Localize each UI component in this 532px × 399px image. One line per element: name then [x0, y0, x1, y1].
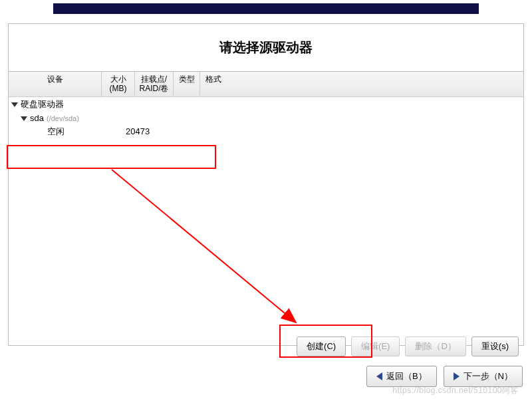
tree-free-label: 空闲 — [47, 126, 65, 136]
table-body: 硬盘驱动器 sda(/dev/sda) 空闲 20473 — [9, 97, 523, 303]
next-label: 下一步（N） — [464, 370, 513, 382]
page-title: 请选择源驱动器 — [9, 24, 523, 72]
col-size[interactable]: 大小 (MB) — [102, 72, 135, 96]
tree-row-root[interactable]: 硬盘驱动器 — [9, 97, 523, 112]
delete-button: 删除（D） — [405, 336, 466, 356]
main-panel: 请选择源驱动器 设备 大小 (MB) 挂载点/ RAID/卷 类型 格式 硬盘驱… — [8, 23, 524, 346]
chevron-down-icon[interactable] — [11, 102, 18, 107]
tree-disk-label: sda — [30, 113, 44, 123]
nav-bar: 返回（B） 下一步（N） — [366, 366, 523, 387]
arrow-right-icon — [454, 372, 460, 380]
col-type[interactable]: 类型 — [174, 72, 200, 96]
tree-row-disk[interactable]: sda(/dev/sda) — [9, 112, 523, 124]
create-button[interactable]: 创建(C) — [297, 336, 346, 356]
tree-root-label: 硬盘驱动器 — [21, 99, 64, 109]
reset-button[interactable]: 重设(s) — [471, 336, 519, 356]
col-format[interactable]: 格式 — [200, 72, 227, 96]
tree-disk-path: (/dev/sda) — [47, 114, 79, 122]
action-button-bar: 创建(C) 编辑(E) 删除（D） 重设(s) — [8, 334, 524, 359]
back-button[interactable]: 返回（B） — [366, 366, 437, 387]
col-mount[interactable]: 挂载点/ RAID/卷 — [135, 72, 174, 96]
tree-free-size: 20473 — [126, 126, 159, 136]
table-header: 设备 大小 (MB) 挂载点/ RAID/卷 类型 格式 — [9, 72, 523, 97]
next-button[interactable]: 下一步（N） — [444, 366, 523, 387]
col-device[interactable]: 设备 — [9, 72, 102, 96]
chevron-down-icon[interactable] — [21, 116, 27, 121]
back-label: 返回（B） — [386, 370, 427, 382]
watermark: https://blog.csdn.net/510100阿客 — [392, 385, 519, 396]
tree-row-free[interactable]: 空闲 20473 — [9, 124, 523, 139]
top-header-band — [53, 3, 479, 14]
arrow-left-icon — [376, 372, 382, 380]
edit-button: 编辑(E) — [351, 336, 400, 356]
